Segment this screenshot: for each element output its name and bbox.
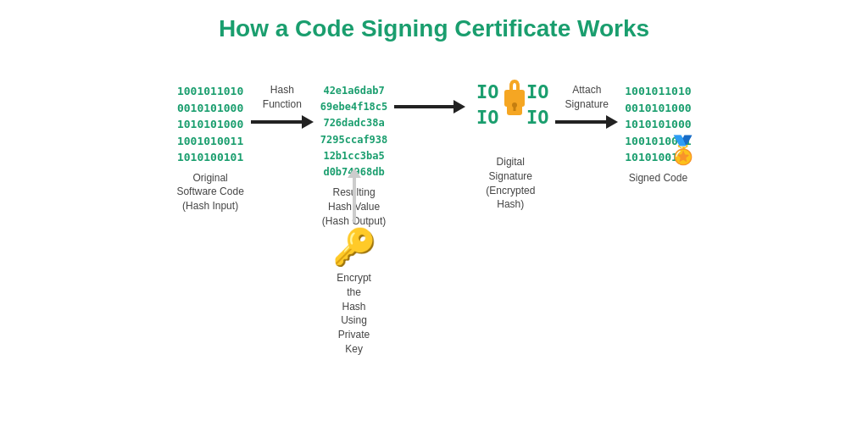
svg-text:IO: IO	[476, 107, 499, 128]
certificate-badge-icon: 🏅	[666, 134, 700, 166]
private-key-label: Encrypt theHash UsingPrivate Key	[332, 271, 376, 357]
hash-function-arrow-block: HashFunction	[251, 83, 314, 129]
arrow-to-signature	[394, 100, 465, 114]
original-binary: 1001011010 0010101000 1010101000 1001010…	[177, 83, 243, 166]
step-signed-code: 1001011010 0010101000 1010101000 1001010…	[625, 83, 691, 185]
hash-value-text: 42e1a6dab7 69ebe4f18c5 726dadc38a 7295cc…	[320, 83, 387, 180]
signed-code-wrap: 1001011010 0010101000 1010101000 1001010…	[625, 83, 691, 166]
svg-text:IO: IO	[526, 81, 548, 102]
attach-signature-arrow-block: AttachSignature	[555, 83, 618, 129]
svg-text:IO: IO	[526, 107, 548, 128]
arrow-to-hash	[251, 115, 314, 129]
step-hash-value: 42e1a6dab7 69ebe4f18c5 726dadc38a 7295cc…	[320, 83, 387, 229]
original-code-label: OriginalSoftware Code(Hash Input)	[176, 171, 243, 213]
arrow-to-signed-code	[555, 115, 618, 129]
signed-code-label: Signed Code	[629, 171, 687, 186]
attach-signature-label: AttachSignature	[565, 83, 609, 112]
diagram: 1001011010 0010101000 1010101000 1001010…	[0, 58, 868, 229]
svg-rect-4	[514, 105, 516, 111]
digital-signature-label: DigitalSignature(EncryptedHash)	[486, 155, 535, 212]
hash-function-label: HashFunction	[263, 83, 302, 112]
private-key-section: 🔑 Encrypt theHash UsingPrivate Key	[332, 176, 376, 357]
digital-signature-icon: IO IO IO IO	[472, 75, 548, 150]
step-original-code: 1001011010 0010101000 1010101000 1001010…	[176, 83, 243, 213]
page-title: How a Code Signing Certificate Works	[219, 15, 649, 42]
step-digital-signature: IO IO IO IO DigitalSignature(EncryptedHa…	[472, 75, 548, 212]
key-icon: 🔑	[332, 226, 376, 268]
svg-text:IO: IO	[476, 81, 499, 102]
arrow-to-signature-block	[394, 100, 465, 114]
